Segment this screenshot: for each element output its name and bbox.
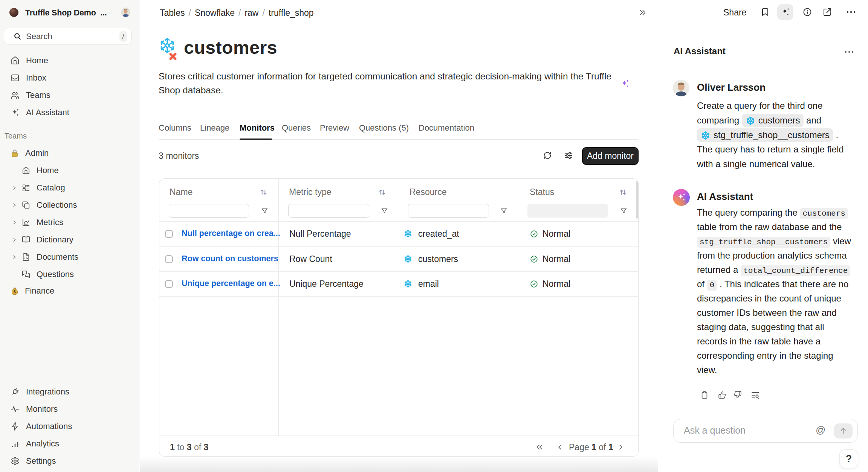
svg-text:$: $ [14, 289, 16, 294]
